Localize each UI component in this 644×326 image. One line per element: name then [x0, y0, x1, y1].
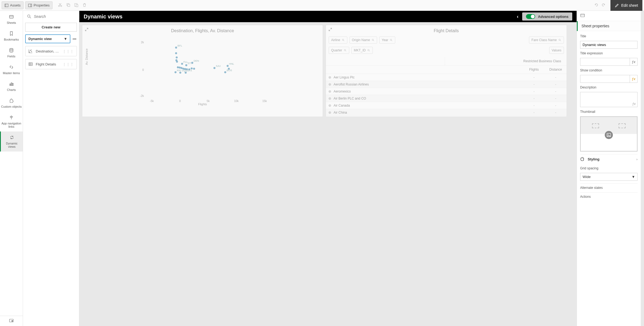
properties-tab[interactable]: Properties [25, 1, 53, 9]
filter-year[interactable]: Year [379, 37, 395, 44]
svg-line-6 [59, 3, 61, 5]
asset-item-scatter[interactable]: Destination, Fli... ⋮⋮⋮ [25, 46, 77, 56]
image-upload-icon[interactable] [605, 131, 613, 139]
rail-master-items[interactable]: Master items [0, 61, 23, 78]
row-name: Air China [334, 109, 523, 116]
sheet-small-icon [9, 319, 14, 322]
rail-sheets[interactable]: Sheets [0, 11, 23, 28]
rail-custom-objects[interactable]: Custom objects [0, 95, 23, 111]
row-distance: - [545, 88, 567, 95]
svg-point-99 [583, 158, 583, 159]
svg-text:FLL: FLL [184, 61, 188, 63]
scrollbar[interactable] [641, 11, 644, 326]
expand-row-icon[interactable]: ⊕ [326, 74, 334, 81]
thumbnail-picker[interactable] [580, 116, 638, 152]
rail-appnav-label: App navigation links [1, 122, 22, 128]
expand-row-icon[interactable]: ⊕ [326, 88, 334, 95]
title-input[interactable] [580, 41, 638, 49]
filter-mktid[interactable]: MKT_ID [351, 47, 373, 54]
row-name: Aeroflot Russian Airlines [334, 81, 523, 88]
table-row[interactable]: ⊕Aer Lingus Plc-- [326, 74, 566, 81]
table-row[interactable]: ⊕Air China-- [326, 109, 566, 116]
title-expr-input[interactable] [580, 58, 630, 66]
table-row[interactable]: ⊕Air Canada-- [326, 102, 566, 109]
svg-text:SJU: SJU [216, 65, 221, 67]
col-distance[interactable]: Distance [545, 65, 567, 74]
table-row[interactable]: ⊕Aeroflot Russian Airlines-- [326, 81, 566, 88]
expand-row-icon[interactable]: ⊕ [326, 81, 334, 88]
table-row[interactable]: ⊕Aeromexico-- [326, 88, 566, 95]
undo-icon[interactable] [594, 2, 599, 8]
asset-item-table[interactable]: Flight Details ⋮⋮⋮ [25, 59, 77, 69]
rail-app-nav[interactable]: App navigation links [0, 111, 23, 131]
prev-sheet-button[interactable]: ‹ [513, 14, 522, 19]
filter-airline[interactable]: Airline [329, 37, 347, 44]
scatter-title: Destination, Flights, Av. Distance [82, 25, 323, 35]
drag-handle-icon[interactable]: ⋮⋮⋮ [63, 62, 74, 66]
copy-icon[interactable] [66, 3, 70, 8]
col-flights[interactable]: Flights [523, 65, 545, 74]
search-input[interactable] [34, 14, 82, 19]
alt-states-section[interactable]: Alternate states [580, 183, 638, 190]
rail-charts[interactable]: Charts [0, 78, 23, 95]
dynamic-view-dropdown[interactable]: Dynamic view ▼ [25, 34, 70, 43]
edit-sheet-label: Edit sheet [621, 3, 638, 8]
table-viz[interactable]: Flight Details Airline Origin Name Year … [326, 25, 567, 117]
x-axis-label: Flights [82, 103, 323, 106]
svg-rect-11 [76, 5, 78, 7]
toggle-switch-icon [526, 14, 535, 19]
rail-bottom-sheet[interactable] [0, 316, 23, 326]
styling-section[interactable]: Styling › [580, 154, 638, 164]
fx-corner-icon[interactable]: ƒx [632, 102, 636, 106]
redo-icon[interactable] [601, 2, 606, 8]
chart-icon [9, 81, 14, 87]
rail-dynamic-views[interactable]: Dynamic views [0, 131, 23, 152]
more-button[interactable]: ••• [72, 35, 77, 42]
thumb-placeholder-icon [619, 123, 626, 128]
table-title: Flight Details [326, 25, 566, 35]
fx-button[interactable]: ƒx [630, 58, 638, 66]
grid-spacing-select[interactable]: Wide ▼ [580, 173, 638, 181]
filter-fare-class[interactable]: Fare Class Name [529, 37, 564, 44]
filter-quarter[interactable]: Quarter [329, 47, 349, 54]
assets-tab[interactable]: Assets [2, 1, 24, 9]
edit-sheet-button[interactable]: Edit sheet [610, 0, 642, 11]
expand-row-icon[interactable]: ⊕ [326, 102, 334, 109]
filter-origin[interactable]: Origin Name [349, 37, 377, 44]
svg-point-56 [181, 67, 182, 69]
svg-point-41 [175, 52, 177, 54]
advanced-options-toggle[interactable]: Advanced options [522, 12, 572, 21]
rail-charts-label: Charts [7, 88, 16, 91]
cut-icon[interactable] [58, 3, 62, 8]
svg-line-87 [391, 40, 392, 41]
scatter-chart-viz[interactable]: Destination, Flights, Av. Distance Av. D… [82, 25, 323, 117]
paste-icon[interactable] [74, 3, 79, 8]
actions-section[interactable]: Actions [580, 192, 638, 199]
show-cond-input[interactable] [580, 75, 630, 83]
table-row[interactable]: ⊕Air Berlin PLC and CO-- [326, 95, 566, 102]
expand-row-icon[interactable]: ⊕ [326, 95, 334, 102]
svg-rect-12 [9, 15, 13, 18]
svg-point-88 [559, 39, 560, 41]
row-flights: - [523, 95, 545, 102]
y-axis-label: Av. Distance [85, 48, 88, 65]
drag-handle-icon[interactable]: ⋮⋮⋮ [63, 49, 74, 53]
rail-bookmarks[interactable]: Bookmarks [0, 28, 23, 44]
svg-point-14 [10, 48, 13, 50]
svg-point-54 [177, 66, 179, 68]
sheet-title: Dynamic views [84, 14, 122, 20]
expand-icon[interactable] [328, 27, 332, 32]
expand-icon[interactable] [84, 27, 89, 32]
chevron-right-icon: › [636, 157, 638, 161]
thumbnail-label: Thumbnail [580, 110, 638, 114]
row-name: Air Berlin PLC and CO [334, 95, 523, 102]
expand-row-icon[interactable]: ⊕ [326, 109, 334, 116]
create-new-button[interactable]: Create new [25, 23, 77, 32]
svg-line-91 [345, 51, 346, 51]
delete-icon[interactable] [82, 3, 87, 8]
filter-values[interactable]: Values [549, 47, 564, 54]
bookmark-icon [9, 31, 14, 36]
rail-fields[interactable]: Fields [0, 44, 23, 61]
description-input[interactable]: ƒx [580, 92, 638, 107]
fx-button[interactable]: ƒx [630, 75, 638, 83]
